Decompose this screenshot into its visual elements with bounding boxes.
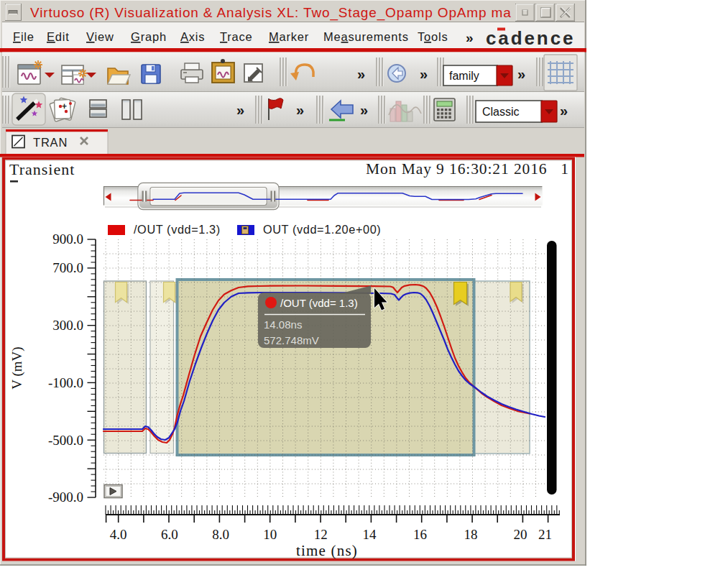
svg-text:4.0: 4.0 <box>110 527 127 542</box>
svg-text:/OUT (vdd=1.3): /OUT (vdd=1.3) <box>134 223 221 236</box>
svg-text:File: File <box>13 30 34 43</box>
svg-text:18: 18 <box>464 527 478 542</box>
svg-text:Trace: Trace <box>220 30 253 43</box>
svg-text:»: » <box>420 66 428 82</box>
svg-text:Mon May 9 16:30:21 2016 1: Mon May 9 16:30:21 2016 1 <box>366 160 569 178</box>
svg-text:Virtuoso (R) Visualization & A: Virtuoso (R) Visualization & Analysis XL… <box>30 5 512 21</box>
svg-text:»: » <box>466 30 474 45</box>
svg-text:Tools: Tools <box>418 30 448 43</box>
svg-text:8.0: 8.0 <box>212 527 229 542</box>
svg-text:14: 14 <box>363 527 377 542</box>
svg-text:»: » <box>560 103 568 119</box>
svg-text:20: 20 <box>514 527 527 542</box>
svg-text:»: » <box>360 102 368 118</box>
svg-text:TRAN: TRAN <box>33 136 68 149</box>
svg-text:-100.0: -100.0 <box>48 375 83 390</box>
svg-text:»: » <box>296 102 304 118</box>
svg-text:Measurements: Measurements <box>323 30 409 43</box>
svg-text:-900.0: -900.0 <box>48 489 83 505</box>
svg-text:-500.0: -500.0 <box>48 433 83 448</box>
svg-text:12: 12 <box>314 527 328 542</box>
svg-text:View: View <box>86 30 114 43</box>
svg-text:900.0: 900.0 <box>52 231 83 247</box>
svg-text:Graph: Graph <box>131 30 167 43</box>
svg-text:family: family <box>449 70 479 82</box>
svg-text:Transient: Transient <box>9 160 75 178</box>
svg-text:21: 21 <box>538 527 552 542</box>
svg-text:/OUT (vdd= 1.3): /OUT (vdd= 1.3) <box>280 297 358 309</box>
svg-text:Axis: Axis <box>180 30 205 43</box>
svg-text:14.08ns: 14.08ns <box>264 318 302 331</box>
svg-text:OUT (vdd=1.20e+00): OUT (vdd=1.20e+00) <box>263 223 381 236</box>
svg-text:10: 10 <box>263 527 277 542</box>
svg-text:572.748mV: 572.748mV <box>264 334 319 346</box>
svg-text:700.0: 700.0 <box>52 260 83 275</box>
svg-text:»: » <box>357 66 365 82</box>
svg-text:Edit: Edit <box>47 30 70 43</box>
svg-text:300.0: 300.0 <box>52 318 83 333</box>
svg-text:V (mV): V (mV) <box>9 346 25 389</box>
svg-text:Marker: Marker <box>269 30 309 43</box>
svg-text:»: » <box>517 66 525 82</box>
svg-text:Classic: Classic <box>482 106 520 118</box>
svg-text:16: 16 <box>413 527 427 542</box>
svg-text:time (ns): time (ns) <box>296 542 358 559</box>
svg-text:6.0: 6.0 <box>161 527 178 542</box>
svg-text:»: » <box>236 102 244 118</box>
svg-text:+: + <box>62 101 67 111</box>
